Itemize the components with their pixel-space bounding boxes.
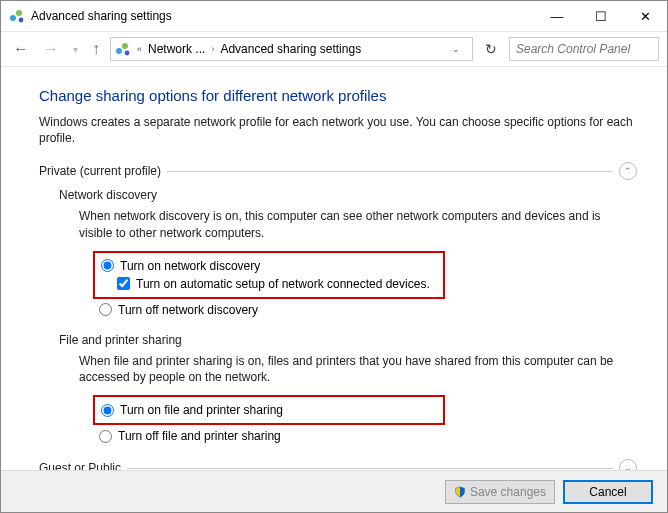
svg-point-3	[116, 48, 122, 54]
rule	[167, 171, 613, 172]
radio-fp-off[interactable]	[99, 430, 112, 443]
window-controls: — ☐ ✕	[535, 1, 667, 31]
radio-nd-off-row[interactable]: Turn off network discovery	[99, 301, 637, 319]
window-title: Advanced sharing settings	[31, 9, 535, 23]
location-icon	[115, 41, 131, 57]
recent-dropdown-icon[interactable]: ▾	[69, 42, 82, 57]
up-button[interactable]: ↑	[88, 38, 104, 60]
checkbox-auto-setup-row[interactable]: Turn on automatic setup of network conne…	[117, 275, 437, 293]
svg-point-4	[122, 43, 128, 49]
network-discovery-heading: Network discovery	[59, 188, 637, 202]
breadcrumb-separator-icon[interactable]: ›	[209, 44, 216, 54]
address-bar[interactable]: « Network ... › Advanced sharing setting…	[110, 37, 473, 61]
radio-fp-off-row[interactable]: Turn off file and printer sharing	[99, 427, 637, 445]
svg-point-5	[125, 51, 130, 56]
radio-fp-off-label: Turn off file and printer sharing	[118, 427, 281, 445]
highlight-box: Turn on network discovery Turn on automa…	[93, 251, 445, 299]
breadcrumb-item[interactable]: Advanced sharing settings	[220, 42, 361, 56]
chevron-down-icon[interactable]: ⌄	[619, 459, 637, 470]
checkbox-auto-setup[interactable]	[117, 277, 130, 290]
checkbox-auto-setup-label: Turn on automatic setup of network conne…	[136, 275, 430, 293]
back-button[interactable]: ←	[9, 38, 33, 60]
chevron-up-icon[interactable]: ⌃	[619, 162, 637, 180]
rule	[127, 468, 613, 469]
network-discovery-desc: When network discovery is on, this compu…	[79, 208, 627, 240]
refresh-button[interactable]: ↻	[479, 41, 503, 57]
page-title: Change sharing options for different net…	[39, 87, 637, 104]
svg-point-0	[10, 15, 16, 21]
title-bar: Advanced sharing settings — ☐ ✕	[1, 1, 667, 31]
save-changes-label: Save changes	[470, 485, 546, 499]
forward-button[interactable]: →	[39, 38, 63, 60]
radio-nd-off-label: Turn off network discovery	[118, 301, 258, 319]
section-guest-header[interactable]: Guest or Public ⌄	[39, 459, 637, 470]
radio-fp-on-row[interactable]: Turn on file and printer sharing	[101, 401, 437, 419]
page-description: Windows creates a separate network profi…	[39, 114, 637, 146]
svg-point-2	[19, 18, 24, 23]
file-printer-heading: File and printer sharing	[59, 333, 637, 347]
cancel-label: Cancel	[589, 485, 626, 499]
radio-nd-on-label: Turn on network discovery	[120, 257, 260, 275]
file-printer-desc: When file and printer sharing is on, fil…	[79, 353, 627, 385]
app-icon	[9, 8, 25, 24]
toolbar: ← → ▾ ↑ « Network ... › Advanced sharing…	[1, 31, 667, 67]
section-guest-title: Guest or Public	[39, 461, 121, 470]
radio-fp-on[interactable]	[101, 404, 114, 417]
section-private-header[interactable]: Private (current profile) ⌃	[39, 162, 637, 180]
breadcrumb-dropdown-icon[interactable]: ⌄	[450, 44, 462, 54]
radio-nd-off[interactable]	[99, 303, 112, 316]
breadcrumb-separator-icon[interactable]: «	[135, 44, 144, 54]
radio-nd-on-row[interactable]: Turn on network discovery	[101, 257, 437, 275]
highlight-box: Turn on file and printer sharing	[93, 395, 445, 425]
radio-nd-on[interactable]	[101, 259, 114, 272]
maximize-button[interactable]: ☐	[579, 1, 623, 31]
svg-point-1	[16, 10, 22, 16]
breadcrumb-item[interactable]: Network ...	[148, 42, 205, 56]
cancel-button[interactable]: Cancel	[563, 480, 653, 504]
close-button[interactable]: ✕	[623, 1, 667, 31]
radio-fp-on-label: Turn on file and printer sharing	[120, 401, 283, 419]
content-area: Change sharing options for different net…	[1, 67, 667, 470]
shield-icon	[454, 486, 466, 498]
footer: Save changes Cancel	[1, 470, 667, 512]
search-input[interactable]	[509, 37, 659, 61]
section-private-title: Private (current profile)	[39, 164, 161, 178]
save-changes-button[interactable]: Save changes	[445, 480, 555, 504]
minimize-button[interactable]: —	[535, 1, 579, 31]
